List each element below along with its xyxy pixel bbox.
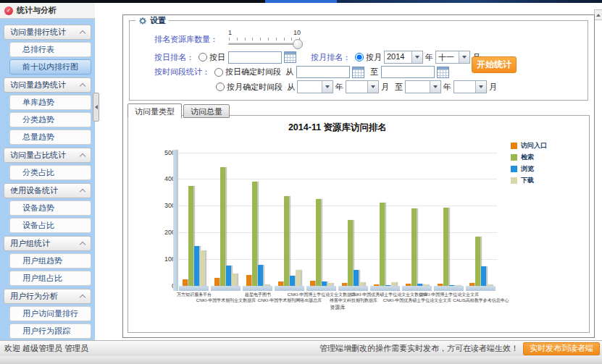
sidebar-item[interactable]: 前十以内排行图	[9, 59, 91, 75]
period-to-month-select[interactable]	[453, 80, 487, 93]
sidebar-item[interactable]: 用户组趋势	[9, 253, 91, 268]
tab-访问量类型[interactable]: 访问量类型	[127, 103, 182, 119]
gridline	[178, 153, 497, 153]
sidebar-group-header[interactable]: 访问量趋势统计	[4, 77, 91, 93]
chevron-down-icon[interactable]	[459, 51, 469, 63]
start-statistics-button[interactable]: 开始统计	[472, 56, 517, 73]
group-pedestal	[434, 286, 464, 291]
gear-icon	[138, 17, 147, 25]
legend-item: 浏览	[511, 164, 534, 174]
sidebar-item[interactable]: 用户组占比	[9, 271, 91, 286]
legend-swatch	[511, 166, 517, 172]
group-pedestal	[402, 286, 432, 291]
sidebar-collapse-handle[interactable]	[93, 93, 99, 122]
group-pedestal	[275, 286, 304, 291]
to-label: 至	[370, 67, 378, 77]
slider-handle[interactable]	[293, 39, 303, 49]
y-axis-tick-label: 300	[143, 202, 175, 209]
gridline	[178, 179, 497, 179]
sidebar-item[interactable]: 设备占比	[9, 218, 91, 233]
chevron-down-icon[interactable]	[367, 81, 378, 93]
sidebar-group-header[interactable]: 用户组统计	[4, 236, 91, 251]
sidebar-group-header[interactable]: 访问量排行统计	[4, 25, 91, 40]
publish-button[interactable]: 实时发布到读者端	[523, 342, 600, 355]
month-unit-label: 月	[489, 82, 497, 93]
sidebar-item[interactable]: 单库趋势	[9, 95, 91, 110]
chevron-down-icon[interactable]	[475, 81, 486, 93]
daily-rank-radio[interactable]	[198, 53, 207, 62]
sidebar-group-header[interactable]: 访问量占比统计	[4, 148, 91, 163]
settings-fieldset: 设置 排名资源库数量： 1 10 按日排名： 按日 按月排名：	[129, 15, 588, 101]
welcome-text: 欢迎 超级管理员 管理员	[4, 343, 88, 354]
bar-浏览	[226, 266, 231, 286]
sidebar-item[interactable]: 分类趋势	[9, 112, 91, 127]
period-to-year-select[interactable]	[405, 80, 441, 93]
sidebar-group-header[interactable]: 使用设备统计	[4, 183, 91, 198]
chevron-down-icon[interactable]	[430, 81, 440, 93]
rank-mode-row: 按日排名： 按日 按月排名： 按月 2014 年 十一 月	[130, 51, 588, 64]
chevron-up-icon	[80, 82, 85, 88]
period-daily-radio[interactable]	[214, 68, 223, 77]
bar-检索	[252, 182, 257, 286]
slider-track[interactable]	[228, 43, 299, 45]
month-unit-label: 月	[381, 82, 389, 93]
x-axis-category-label: 维普中文科技期刊数据库	[319, 297, 388, 303]
sidebar-item[interactable]: 用户访问量排行	[9, 306, 91, 321]
month-select[interactable]: 十一	[435, 51, 470, 64]
period-from-date-input[interactable]	[296, 66, 350, 78]
sidebar-item[interactable]: 设备趋势	[9, 200, 91, 216]
slider-max-label: 10	[293, 29, 301, 36]
period-from-month-select[interactable]	[346, 80, 379, 93]
y-axis-wall	[173, 150, 178, 291]
settings-legend-label: 设置	[150, 15, 166, 26]
rank-count-label: 排名资源库数量：	[154, 34, 218, 45]
group-pedestal	[179, 286, 209, 291]
bar-下载	[359, 282, 364, 286]
sidebar-item[interactable]: 总排行表	[9, 42, 91, 57]
status-right: 管理端增删改的操作需要实时发布，方可在读者端生效！ 实时发布到读者端	[319, 342, 600, 355]
chevron-up-icon	[80, 294, 85, 300]
bar-浏览	[354, 270, 359, 286]
chevron-down-icon[interactable]	[411, 51, 422, 63]
status-bar: 欢迎 超级管理员 管理员 管理端增删改的操作需要实时发布，方可在读者端生效！ 实…	[0, 340, 602, 356]
sidebar-item[interactable]: 分类占比	[9, 165, 91, 180]
sidebar-item[interactable]: 用户行为跟踪	[9, 323, 91, 339]
calendar-icon[interactable]	[284, 51, 296, 63]
slider-min-label: 1	[228, 29, 232, 36]
daily-rank-date-input[interactable]	[228, 51, 282, 64]
group-pedestal	[466, 286, 496, 291]
from-label: 从	[287, 82, 295, 93]
x-axis-title: 资源库	[306, 304, 369, 311]
period-to-date-input[interactable]	[381, 66, 435, 78]
sidebar-item[interactable]: 总量趋势	[9, 130, 91, 145]
gridline	[178, 259, 497, 260]
bar-访问入口	[469, 283, 475, 286]
period-monthly-radio[interactable]	[216, 82, 225, 91]
y-axis-tick-label: 500	[143, 149, 175, 156]
rank-count-slider[interactable]: 1 10	[228, 29, 301, 49]
legend-label: 下载	[521, 176, 534, 185]
month-select-value: 十一	[436, 51, 459, 63]
bar-下载	[264, 284, 269, 286]
gridline	[178, 232, 497, 233]
period-from-year-select[interactable]	[297, 80, 333, 93]
bar-浏览	[481, 266, 486, 286]
bar-检索	[348, 220, 353, 286]
bar-访问入口	[214, 278, 220, 286]
sidebar-group-header[interactable]: 用户行为分析	[4, 289, 91, 304]
gridline	[178, 206, 497, 206]
monthly-rank-radio[interactable]	[355, 53, 364, 62]
group-pedestal	[370, 286, 400, 291]
bar-检索	[380, 203, 385, 286]
group-pedestal	[243, 286, 272, 291]
sidebar-menu: 访问量排行统计总排行表前十以内排行图访问量趋势统计单库趋势分类趋势总量趋势访问量…	[0, 19, 95, 339]
scroll-up-arrow[interactable]	[594, 9, 602, 20]
chevron-down-icon[interactable]	[322, 81, 333, 93]
calendar-icon[interactable]	[352, 67, 364, 78]
bar-浏览	[322, 282, 327, 286]
bar-下载	[423, 284, 428, 286]
tab-访问总量[interactable]: 访问总量	[183, 104, 230, 118]
calendar-icon[interactable]	[437, 67, 449, 78]
x-axis-category-label: CNKI-中国优秀硕士学位论文全文库	[382, 297, 452, 303]
year-select[interactable]: 2014	[384, 51, 423, 64]
